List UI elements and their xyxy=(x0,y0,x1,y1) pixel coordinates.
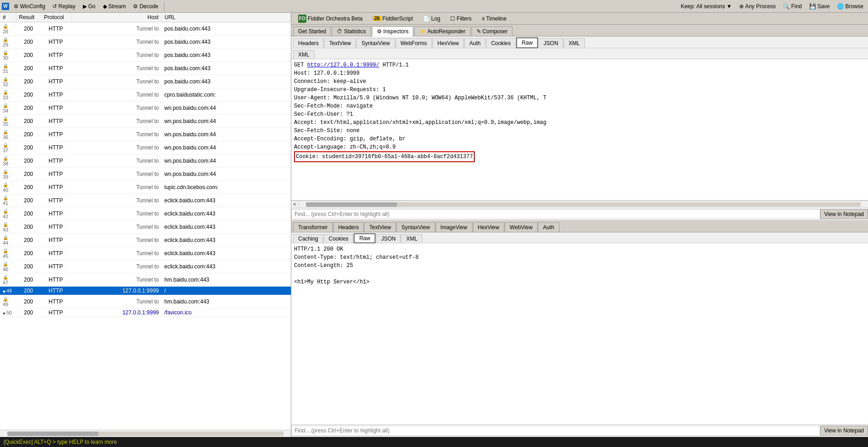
req-tab-xml[interactable]: XML xyxy=(563,38,585,48)
req-h-scrollbar[interactable]: < xyxy=(291,200,868,208)
resp-tab-imageview[interactable]: ImageView xyxy=(436,222,472,232)
req-find-input[interactable] xyxy=(291,209,820,219)
resp-subtab-cookies[interactable]: Cookies xyxy=(324,234,353,243)
table-row[interactable]: 🔒29200HTTPTunnel topos.baidu.com:443 xyxy=(0,36,291,49)
table-row[interactable]: 🔒43200HTTPTunnel toeclick.baidu.com:443 xyxy=(0,221,291,234)
req-tab-raw[interactable]: Raw xyxy=(516,37,538,48)
browse-button[interactable]: 🌐 Browse xyxy=(834,2,866,10)
table-row[interactable]: 🔒33200HTTPTunnel tocpro.baidustatic.com: xyxy=(0,88,291,102)
table-row[interactable]: 🔒37200HTTPTunnel town.pos.baidu.com:44 xyxy=(0,141,291,154)
session-protocol: HTTP xyxy=(41,49,71,62)
session-host: Tunnel to xyxy=(71,141,162,154)
resp-tab-transformer[interactable]: Transformer xyxy=(293,222,333,232)
session-protocol: HTTP xyxy=(41,287,71,295)
left-scrollbar-track xyxy=(7,432,284,436)
fiddlerscript-button[interactable]: JS FiddlerScript xyxy=(369,14,417,23)
resp-subtab-json[interactable]: JSON xyxy=(376,234,401,243)
timeline-button[interactable]: ≡ Timeline xyxy=(477,14,511,23)
tab-inspectors[interactable]: ⚙ Inspectors xyxy=(372,26,414,36)
response-content[interactable]: HTTP/1.1 200 OK Content-Type: text/html;… xyxy=(291,243,868,424)
table-row[interactable]: ◆50200HTTP127.0.0.1:9999/favicon.ico xyxy=(0,308,291,317)
table-row[interactable]: 🔒28200HTTPTunnel topos.baidu.com:443 xyxy=(0,22,291,36)
request-content[interactable]: GET http://127.0.0.1:9999/ HTTP/1.1 Host… xyxy=(291,59,868,200)
log-button[interactable]: 📄 Log xyxy=(419,14,444,23)
resp-subtab-raw[interactable]: Raw xyxy=(354,233,376,243)
stream-button[interactable]: ◆ Stream xyxy=(100,2,129,10)
session-result: 200 xyxy=(16,62,41,75)
req-subtab-xml[interactable]: XML xyxy=(293,50,315,59)
resp-tab-textview[interactable]: TextView xyxy=(364,222,396,232)
tab-get-started[interactable]: Get Started xyxy=(293,26,331,36)
resp-subtab-xml[interactable]: XML xyxy=(401,234,422,243)
resp-find-input[interactable] xyxy=(291,426,820,436)
req-tab-webforms[interactable]: WebForms xyxy=(396,38,432,48)
table-row[interactable]: 🔒31200HTTPTunnel topos.baidu.com:443 xyxy=(0,62,291,75)
decode-button[interactable]: ⚙ Decode xyxy=(130,2,161,10)
req-tab-hexview[interactable]: HexView xyxy=(432,38,464,48)
table-row[interactable]: 🔒40200HTTPTunnel tolupic.cdn.bcebos.com: xyxy=(0,181,291,194)
req-url[interactable]: http://127.0.0.1:9999/ xyxy=(307,62,379,68)
session-num: 🔒45 xyxy=(0,247,16,260)
table-row[interactable]: 🔒47200HTTPTunnel tohm.baidu.com:443 xyxy=(0,273,291,287)
table-row[interactable]: 🔒42200HTTPTunnel toeclick.baidu.com:443 xyxy=(0,207,291,221)
left-panel: # Result Protocol Host URL 🔒28200HTTPTun… xyxy=(0,13,291,437)
filters-button[interactable]: ☐ Filters xyxy=(446,14,476,23)
tab-composer[interactable]: ✎ Composer xyxy=(472,26,513,36)
req-tab-textview[interactable]: TextView xyxy=(324,38,356,48)
table-row[interactable]: 🔒49200HTTPTunnel tohm.baidu.com:443 xyxy=(0,295,291,308)
session-host: Tunnel to xyxy=(71,181,162,194)
req-view-notepad-button[interactable]: View in Notepad xyxy=(820,209,868,219)
table-row[interactable]: 🔒44200HTTPTunnel toeclick.baidu.com:443 xyxy=(0,234,291,247)
resp-tab-webview[interactable]: WebView xyxy=(505,222,538,232)
left-h-scrollbar[interactable] xyxy=(0,430,291,437)
replay-button[interactable]: ↺ Replay xyxy=(50,2,78,10)
inspectors-icon: ⚙ xyxy=(377,28,382,35)
resp-subtab-caching[interactable]: Caching xyxy=(293,234,323,243)
resp-tab-auth[interactable]: Auth xyxy=(538,222,559,232)
table-row[interactable]: 🔒39200HTTPTunnel town.pos.baidu.com:44 xyxy=(0,168,291,181)
session-num: 🔒44 xyxy=(0,234,16,247)
table-row[interactable]: 🔒30200HTTPTunnel topos.baidu.com:443 xyxy=(0,49,291,62)
session-protocol: HTTP xyxy=(41,115,71,128)
resp-tab-headers[interactable]: Headers xyxy=(333,222,364,232)
session-url: lupic.cdn.bcebos.com: xyxy=(162,181,291,194)
tab-statistics[interactable]: ⏱ Statistics xyxy=(332,26,371,36)
table-row[interactable]: 🔒35200HTTPTunnel town.pos.baidu.com:44 xyxy=(0,115,291,128)
table-row[interactable]: 🔒46200HTTPTunnel toeclick.baidu.com:443 xyxy=(0,260,291,273)
fo-orchestra-button[interactable]: FO Fiddler Orchestra Beta xyxy=(294,13,367,24)
resp-view-notepad-button[interactable]: View in Notepad xyxy=(820,426,868,436)
table-row[interactable]: 🔒38200HTTPTunnel town.pos.baidu.com:44 xyxy=(0,154,291,168)
winconfig-button[interactable]: ⚙ WinConfig xyxy=(11,2,48,10)
quickexec-bar[interactable]: [QuickExec] ALT+Q > type HELP to learn m… xyxy=(0,437,868,447)
session-num: 🔒36 xyxy=(0,128,16,141)
col-header-url: URL xyxy=(162,13,291,22)
go-button[interactable]: ▶ Go xyxy=(80,2,98,10)
req-tab-auth[interactable]: Auth xyxy=(464,38,486,48)
lock-icon: 🔒 xyxy=(3,24,8,29)
resp-tab-syntaxview[interactable]: SyntaxView xyxy=(396,222,435,232)
table-row[interactable]: 🔒32200HTTPTunnel topos.baidu.com:443 xyxy=(0,75,291,88)
resp-tab-hexview[interactable]: HexView xyxy=(473,222,504,232)
req-tab-json[interactable]: JSON xyxy=(538,38,563,48)
keep-sessions-button[interactable]: Keep: All sessions ▼ xyxy=(678,2,735,10)
table-row[interactable]: ◆48200HTTP127.0.0.1:9999/ xyxy=(0,287,291,295)
table-row[interactable]: 🔒41200HTTPTunnel toeclick.baidu.com:443 xyxy=(0,194,291,207)
tab-autoresponder[interactable]: ⚡ AutoResponder xyxy=(414,26,470,36)
save-button[interactable]: 💾 Save xyxy=(807,2,832,10)
session-url: eclick.baidu.com:443 xyxy=(162,194,291,207)
any-process-button[interactable]: ⊕ Any Process xyxy=(736,2,778,10)
req-tab-headers[interactable]: Headers xyxy=(293,38,324,48)
req-tab-syntaxview[interactable]: SyntaxView xyxy=(356,38,395,48)
req-tab-cookies[interactable]: Cookies xyxy=(486,38,516,48)
table-row[interactable]: 🔒36200HTTPTunnel town.pos.baidu.com:44 xyxy=(0,128,291,141)
session-table[interactable]: # Result Protocol Host URL 🔒28200HTTPTun… xyxy=(0,13,291,430)
fo-header: FO Fiddler Orchestra Beta JS FiddlerScri… xyxy=(291,13,868,25)
scroll-left-btn[interactable]: < xyxy=(291,202,299,207)
table-row[interactable]: 🔒34200HTTPTunnel town.pos.baidu.com:44 xyxy=(0,102,291,115)
session-protocol: HTTP xyxy=(41,207,71,221)
table-row[interactable]: 🔒45200HTTPTunnel toeclick.baidu.com:443 xyxy=(0,247,291,260)
find-button[interactable]: 🔍 Find xyxy=(780,2,804,10)
request-tab-bar: Headers TextView SyntaxView WebForms Hex… xyxy=(291,36,868,48)
session-result: 200 xyxy=(16,168,41,181)
session-result: 200 xyxy=(16,75,41,88)
